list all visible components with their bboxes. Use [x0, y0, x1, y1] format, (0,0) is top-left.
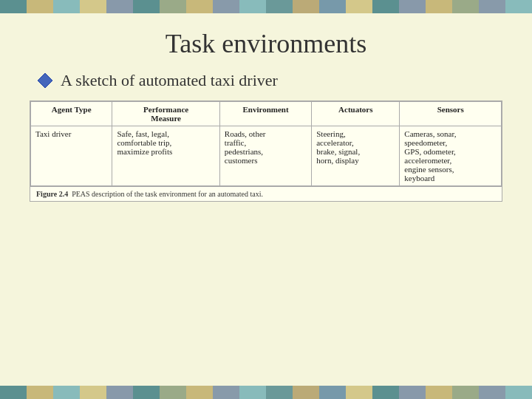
col-header-environment: Environment	[219, 102, 311, 126]
cell-environment: Roads, othertraffic,pedestrians,customer…	[219, 126, 311, 186]
bottom-decorative-bar	[0, 386, 532, 399]
slide-subtitle: A sketch of automated taxi driver	[61, 71, 278, 90]
peas-table: Agent Type PerformanceMeasure Environmen…	[30, 101, 502, 186]
cell-agent-type: Taxi driver	[31, 126, 112, 186]
top-decorative-bar	[0, 0, 532, 13]
figure-caption-text: PEAS description of the task environment…	[72, 190, 263, 198]
bullet-icon	[37, 72, 53, 89]
col-header-agent-type: Agent Type	[31, 102, 112, 126]
col-header-sensors: Sensors	[400, 102, 502, 126]
col-header-actuators: Actuators	[312, 102, 400, 126]
subtitle-row: A sketch of automated taxi driver	[30, 71, 278, 90]
main-content: Task environments A sketch of automated …	[0, 13, 532, 386]
table-row: Taxi driver Safe, fast, legal,comfortabl…	[31, 126, 502, 186]
figure-caption: Figure 2.4 PEAS description of the task …	[30, 186, 502, 201]
peas-table-container: Agent Type PerformanceMeasure Environmen…	[30, 100, 502, 202]
slide-title: Task environments	[30, 28, 502, 59]
cell-actuators: Steering,accelerator,brake, signal,horn,…	[312, 126, 400, 186]
col-header-performance-measure: PerformanceMeasure	[112, 102, 219, 126]
svg-marker-0	[38, 73, 52, 88]
cell-sensors: Cameras, sonar,speedometer,GPS, odometer…	[400, 126, 502, 186]
figure-label: Figure 2.4	[36, 190, 68, 198]
cell-performance-measure: Safe, fast, legal,comfortable trip,maxim…	[112, 126, 219, 186]
